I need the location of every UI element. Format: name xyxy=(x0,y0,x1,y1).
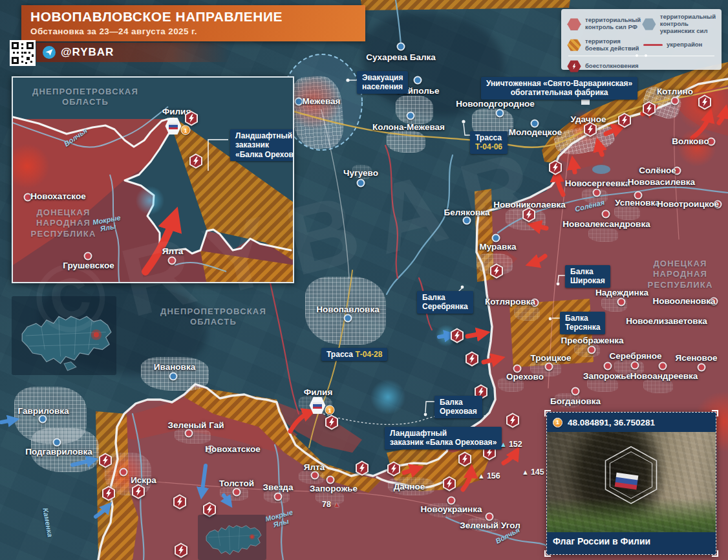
city-label: Троицкое xyxy=(530,353,571,363)
city-label: Ивановка xyxy=(154,362,195,372)
settlement-marker-red xyxy=(671,97,680,105)
region-label: ДНЕПРОПЕТРОВСКАЯОБЛАСТЬ xyxy=(160,307,266,328)
photo-inset: 1 48.084891, 36.750281 Флаг России в Фил… xyxy=(546,412,716,555)
city-label: Котляровка xyxy=(485,297,535,307)
city-label: Дачное xyxy=(394,482,425,491)
region-label: ДНЕПРОПЕТРОВСКАЯОБЛАСТЬ xyxy=(32,87,138,108)
clash-icon xyxy=(172,494,187,510)
callout-badge: ТрассаТ-04-06 xyxy=(470,131,508,154)
city-label: Подгавриловка xyxy=(25,447,92,457)
city-label: Новопавловка xyxy=(316,305,379,314)
clash-icon xyxy=(521,207,537,222)
event-glow xyxy=(370,380,406,415)
city-label: Ясеновое xyxy=(676,353,718,363)
city-label: Новохатское xyxy=(205,444,260,454)
settlement-marker-red xyxy=(602,210,610,219)
russian-flag xyxy=(614,473,638,490)
clash-icon xyxy=(386,461,401,477)
city-label: Ялта xyxy=(162,246,183,256)
callout-badge: Ландшафтныйзаказник«Балка Ореховая» xyxy=(230,129,294,161)
region-label: ДОНЕЦКАЯНАРОДНАЯРЕСПУБЛИКА xyxy=(31,208,96,239)
city-label: Зеленый Гай xyxy=(168,420,224,430)
clash-icon xyxy=(188,153,204,169)
channel-bar: @RYBAR xyxy=(36,43,230,62)
callout-badge: Ландшафтныйзаказник «Балка Ореховая» xyxy=(385,427,502,449)
city-label: Муравка xyxy=(480,242,517,252)
city-label: Грушевское xyxy=(63,261,114,270)
clash-icon xyxy=(449,328,465,343)
city-label: Солёное xyxy=(639,166,676,175)
river-label: Волчья xyxy=(63,126,89,147)
legend-item-ua-control: территориальный контроль украинских сил xyxy=(642,14,716,35)
clash-icon xyxy=(98,453,113,468)
clash-icon xyxy=(324,415,339,430)
city-label: Богдановка xyxy=(550,396,601,406)
river-label: МокрыеЯлы xyxy=(92,213,122,233)
settlement-marker-red xyxy=(274,493,283,501)
callout-badge: БалкаТерсянка xyxy=(560,312,605,334)
legend-item-combat-zone: территория боевых действий xyxy=(567,38,643,52)
city-label: Запорожье xyxy=(583,371,631,381)
callout-badge: БалкаСеребрянка xyxy=(417,291,473,314)
inset-map-filiya: 1ФилияНовохатскоеГрушевскоеЯлтаДНЕПРОПЕТ… xyxy=(12,76,294,283)
settlement-marker-blue xyxy=(414,76,422,85)
photo-coordinates: 48.084891, 36.750281 xyxy=(568,418,655,427)
city-label: Нововасилевка xyxy=(628,177,695,187)
clash-icon xyxy=(489,263,504,279)
russian-flag-marker-icon xyxy=(165,117,182,135)
city-label: Новоподгородное xyxy=(456,99,535,109)
callout-badge: БалкаОреховая xyxy=(434,396,482,418)
settlement-marker-blue xyxy=(407,112,415,120)
settlement-marker-red xyxy=(120,468,128,477)
settlement-marker-red xyxy=(588,346,596,354)
clash-icon xyxy=(548,160,563,175)
city-label: Успеновка xyxy=(615,198,660,208)
title-banner: НОВОПАВЛОВСКОЕ НАПРАВЛЕНИЕ Обстановка за… xyxy=(21,5,365,41)
clash-icon xyxy=(173,543,189,558)
height-marker: 78 ▲ xyxy=(322,500,342,509)
settlement-marker-red xyxy=(233,488,241,497)
frame-corner-icon xyxy=(544,550,551,557)
clash-icon xyxy=(184,111,199,126)
city-label: Запорожье xyxy=(310,484,358,493)
clash-icon xyxy=(641,101,657,116)
clash-icon xyxy=(131,484,146,499)
callout-badge: Эвакуациянаселения xyxy=(357,71,408,94)
settlement-marker-blue xyxy=(496,109,504,118)
photo-caption: Флаг России в Филии xyxy=(547,532,716,550)
city-label: Молодецкое xyxy=(509,127,562,137)
clash-swatch-icon xyxy=(567,60,581,73)
scale-bar xyxy=(568,56,714,56)
photo-header: 1 48.084891, 36.750281 xyxy=(547,413,716,432)
settlement-marker-blue xyxy=(463,217,471,225)
city-label: Серебряное xyxy=(609,351,661,361)
settlement-marker-red xyxy=(698,363,706,372)
ukraine-minimap-small xyxy=(198,515,266,560)
city-label: Новосергеевка xyxy=(565,178,630,188)
settlement-marker-red xyxy=(84,252,92,261)
qr-code-icon xyxy=(10,40,36,66)
clash-icon xyxy=(583,122,598,137)
fortline-swatch-icon xyxy=(643,44,663,46)
settlement-marker-blue xyxy=(397,43,405,51)
clash-icon xyxy=(354,460,370,476)
city-label: Толстой xyxy=(219,479,254,488)
city-label: Орехово xyxy=(506,372,544,382)
settlement-marker-red xyxy=(593,189,601,197)
photo-ref-number: 1 xyxy=(325,405,335,415)
settlement-marker-red xyxy=(631,361,639,370)
city-label: Волково xyxy=(672,136,709,146)
callout-badge: Трасса Т-04-28 xyxy=(321,348,387,361)
map-canvas: Сухарева БалкаМежеваяРайпольеКолона-Меже… xyxy=(0,0,728,560)
city-label: Новотроицкое xyxy=(657,199,719,209)
city-label: Надеждинка xyxy=(595,288,648,297)
city-label: Новооленовка xyxy=(652,296,715,306)
channel-name: @RYBAR xyxy=(61,46,114,59)
city-label: Новоалександровка xyxy=(562,219,650,229)
legend-item-fortline: укрепрайон xyxy=(643,41,716,48)
city-label: Чугуево xyxy=(343,168,378,178)
city-label: Новоандреевка xyxy=(630,371,698,381)
city-label: Колона-Межевая xyxy=(372,122,445,132)
telegram-icon xyxy=(43,46,56,59)
clash-icon xyxy=(697,94,712,110)
